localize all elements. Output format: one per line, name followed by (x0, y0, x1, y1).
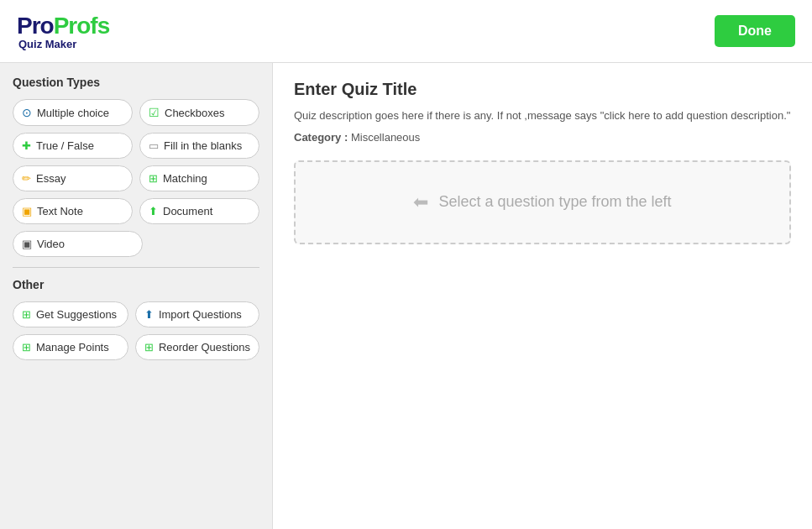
reorder-questions-label: Reorder Questions (159, 341, 250, 354)
multiple-choice-icon: ⊙ (22, 106, 32, 119)
document-button[interactable]: ⬆ Document (139, 198, 259, 224)
multiple-choice-button[interactable]: ⊙ Multiple choice (13, 99, 133, 126)
reorder-questions-icon: ⊞ (144, 341, 154, 354)
get-suggestions-label: Get Suggestions (36, 308, 117, 321)
true-false-button[interactable]: ✚ True / False (13, 133, 133, 159)
matching-button[interactable]: ⊞ Matching (139, 165, 259, 191)
logo-subtitle: Quiz Maker (18, 38, 109, 50)
document-label: Document (163, 205, 212, 217)
category-label: Category : (294, 131, 348, 144)
essay-icon: ✏ (22, 172, 31, 185)
category-line: Category : Miscellaneous (294, 131, 791, 144)
done-button[interactable]: Done (715, 15, 795, 47)
question-drop-zone: ⬅ Select a question type from the left (294, 160, 791, 244)
import-questions-button[interactable]: ⬆ Import Questions (135, 301, 259, 327)
checkboxes-label: Checkboxes (165, 107, 225, 119)
header: Pro Profs Quiz Maker Done (0, 0, 812, 63)
manage-points-label: Manage Points (36, 341, 109, 354)
question-types-title: Question Types (13, 76, 259, 89)
sidebar: Question Types ⊙ Multiple choice ☑ Check… (0, 63, 273, 529)
video-icon: ▣ (22, 238, 32, 250)
video-button[interactable]: ▣ Video (13, 231, 143, 257)
content-area: Enter Quiz Title Quiz description goes h… (273, 63, 812, 529)
essay-label: Essay (36, 172, 65, 185)
logo-pro: Pro (17, 13, 54, 39)
logo-profs: Profs (54, 13, 110, 39)
quiz-title[interactable]: Enter Quiz Title (294, 80, 791, 99)
text-note-button[interactable]: ▣ Text Note (13, 198, 133, 224)
text-note-label: Text Note (37, 205, 83, 217)
logo: Pro Profs Quiz Maker (17, 13, 109, 50)
fill-blanks-label: Fill in the blanks (164, 139, 242, 152)
fill-blanks-button[interactable]: ▭ Fill in the blanks (139, 133, 259, 159)
essay-button[interactable]: ✏ Essay (13, 165, 133, 191)
manage-points-button[interactable]: ⊞ Manage Points (13, 334, 128, 360)
multiple-choice-label: Multiple choice (37, 107, 109, 119)
matching-icon: ⊞ (149, 172, 158, 185)
video-label: Video (37, 238, 65, 250)
category-value: Miscellaneous (351, 131, 420, 144)
get-suggestions-icon: ⊞ (22, 308, 31, 321)
document-icon: ⬆ (149, 205, 158, 217)
fill-blanks-icon: ▭ (149, 139, 159, 152)
drop-zone-text: Select a question type from the left (438, 193, 671, 211)
other-grid: ⊞ Get Suggestions ⬆ Import Questions ⊞ M… (13, 301, 259, 360)
checkboxes-button[interactable]: ☑ Checkboxes (139, 99, 259, 126)
checkboxes-icon: ☑ (149, 106, 160, 119)
main-layout: Question Types ⊙ Multiple choice ☑ Check… (0, 63, 812, 529)
question-types-grid: ⊙ Multiple choice ☑ Checkboxes ✚ True / … (13, 99, 259, 224)
quiz-description[interactable]: Quiz description goes here if there is a… (294, 107, 791, 124)
import-questions-label: Import Questions (159, 308, 242, 321)
reorder-questions-button[interactable]: ⊞ Reorder Questions (135, 334, 259, 360)
sidebar-divider (13, 267, 259, 268)
matching-label: Matching (163, 172, 207, 185)
true-false-icon: ✚ (22, 139, 31, 152)
other-title: Other (13, 278, 259, 291)
get-suggestions-button[interactable]: ⊞ Get Suggestions (13, 301, 128, 327)
import-questions-icon: ⬆ (144, 308, 154, 321)
arrow-left-icon: ⬅ (413, 191, 428, 213)
text-note-icon: ▣ (22, 205, 32, 217)
true-false-label: True / False (36, 139, 94, 152)
manage-points-icon: ⊞ (22, 341, 31, 354)
